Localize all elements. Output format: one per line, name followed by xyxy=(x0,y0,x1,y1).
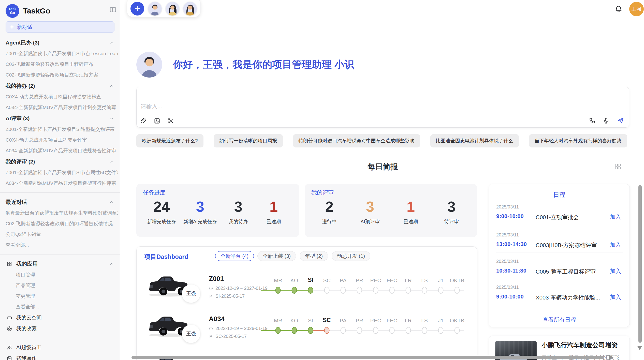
milestone-dot[interactable] xyxy=(324,287,330,294)
sidebar-task-item[interactable]: C02-飞腾新能源轻客改款项目立项汇报方案 xyxy=(6,70,118,80)
milestone-dot[interactable] xyxy=(357,287,362,294)
scroll-down-arrow-icon[interactable] xyxy=(637,346,642,350)
milestone-dot[interactable] xyxy=(373,327,378,334)
layout-grid-icon[interactable] xyxy=(614,163,622,170)
suggestion-chip[interactable]: 当下年轻人对汽车外观有怎样的喜好趋势 xyxy=(529,134,627,147)
milestone-dot[interactable] xyxy=(292,327,297,334)
composer-left-icons xyxy=(140,117,174,124)
milestone-dot[interactable] xyxy=(438,287,444,294)
sidebar-section-header[interactable]: 我的评审 (2) xyxy=(6,156,114,167)
milestone-dot[interactable] xyxy=(406,327,411,334)
sidebar-task-item[interactable]: A034-全新新能源MUV产品开发项目造型可行性评审 xyxy=(6,178,118,189)
milestone-dot[interactable] xyxy=(389,327,395,334)
sidebar-view-all-link[interactable]: 查看全部... xyxy=(6,240,118,250)
suggestion-chip[interactable]: 比亚迪全固态电池计划具体说了什么 xyxy=(430,134,519,147)
milestone: PR xyxy=(351,311,368,342)
sidebar-tool[interactable]: 帮我写作 xyxy=(7,353,120,360)
milestone-dot[interactable] xyxy=(275,287,281,294)
milestone-dot[interactable] xyxy=(455,287,460,294)
chevron-up-icon[interactable] xyxy=(109,40,114,45)
sidebar-section-header[interactable]: Agent已办 (3) xyxy=(6,37,114,48)
sidebar-task-item[interactable]: Z001-全新燃油轻卡产品开发项目SI造型提交物评审 xyxy=(6,124,118,135)
milestone-dot[interactable] xyxy=(406,287,411,294)
milestone-dot[interactable] xyxy=(373,287,378,294)
mic-icon[interactable] xyxy=(603,117,610,124)
milestone-label: J1 xyxy=(433,277,449,283)
sidebar-app-item[interactable]: 项目管理 xyxy=(16,269,120,280)
event-join-link[interactable]: 加入 xyxy=(610,267,621,275)
sidebar-task-item[interactable]: Z001-全新燃油轻卡产品开发项目SI节点属性5D文件评审 xyxy=(6,167,118,178)
chat-input[interactable] xyxy=(141,103,497,115)
chevron-up-icon[interactable] xyxy=(109,261,114,266)
dashboard-tab[interactable]: 全新平台 (4) xyxy=(215,251,254,261)
sidebar-task-item[interactable]: C02-飞腾新能源轻客改款项目里程碑画布 xyxy=(6,59,118,70)
notifications-bell-icon[interactable] xyxy=(614,5,623,13)
sidebar-app-item[interactable]: 变更管理 xyxy=(16,291,120,302)
sidebar-collapse-icon[interactable] xyxy=(109,6,117,13)
scissors-icon[interactable] xyxy=(167,117,174,124)
phone-icon[interactable] xyxy=(589,117,596,124)
sidebar-app-item[interactable]: 产品管理 xyxy=(16,280,120,291)
agent-avatar-2[interactable] xyxy=(166,2,179,16)
milestone-dot[interactable] xyxy=(455,327,460,334)
sidebar-section-title: 最近对话 xyxy=(6,199,27,206)
milestone-dot[interactable] xyxy=(438,327,444,334)
chevron-up-icon[interactable] xyxy=(109,116,114,121)
chevron-up-icon[interactable] xyxy=(109,200,114,205)
milestone-dot[interactable] xyxy=(308,287,313,294)
horizontal-scrollbar[interactable] xyxy=(131,356,604,359)
project-flag-text: SC-2025-05-17 xyxy=(215,334,247,339)
event-join-link[interactable]: 加入 xyxy=(610,213,621,221)
dashboard-tab[interactable]: 动总开发 (1) xyxy=(332,251,370,261)
new-chat-button[interactable]: 新对话 xyxy=(6,21,114,33)
users-icon xyxy=(7,345,12,350)
sidebar-recent-item[interactable]: 解释最新出台的欧盟报废车法规再生塑料比例被调至15%... xyxy=(6,208,118,218)
sidebar-section-header[interactable]: AI评审 (3) xyxy=(6,113,114,124)
attach-icon[interactable] xyxy=(140,117,147,124)
sidebar-recent-item[interactable]: C02-飞腾新能源轻客改款项目的闭环通告反馈情况 xyxy=(6,218,118,229)
suggestion-chip[interactable]: 如何写一份清晰的项目周报 xyxy=(214,134,283,147)
sidebar-shortcut[interactable]: 我的收藏 xyxy=(7,323,120,334)
add-agent-button[interactable] xyxy=(130,2,144,16)
dashboard-tab[interactable]: 全新上装 (3) xyxy=(257,251,296,261)
scroll-right-arrow-icon[interactable] xyxy=(609,355,613,360)
sidebar-task-item[interactable]: Z001-全新燃油皮卡产品开发项目SI节点Lesson Learn报告 xyxy=(6,48,118,59)
milestone-dot[interactable] xyxy=(292,287,297,294)
milestone-dot[interactable] xyxy=(341,327,346,334)
sidebar-recent-item[interactable]: 公司Q3轻卡销量 xyxy=(6,229,118,240)
sidebar-shortcut[interactable]: 我的云空间 xyxy=(7,312,120,323)
milestone-dot[interactable] xyxy=(389,287,395,294)
user-avatar[interactable]: 王强 xyxy=(629,2,644,16)
sidebar-tool[interactable]: AI超级员工 xyxy=(7,342,120,353)
suggestion-chip[interactable]: 特朗普可能对进口汽车增税会对中国车企造成哪些影响 xyxy=(293,134,420,147)
agent-avatar-3[interactable] xyxy=(183,2,197,16)
sidebar-section-header[interactable]: 我的待办 (2) xyxy=(6,80,114,92)
sidebar-task-item[interactable]: C0X4-动力总成开发项目SI里程碑提交物检查 xyxy=(6,92,118,102)
dashboard-tab[interactable]: 年型 (2) xyxy=(300,251,328,261)
sidebar-task-item[interactable]: C0X4-动力总成开发项目工程变更评审 xyxy=(6,135,118,145)
image-icon[interactable] xyxy=(154,117,160,124)
event-join-link[interactable]: 加入 xyxy=(610,293,621,301)
view-all-schedule-link[interactable]: 查看所有日程 xyxy=(489,316,630,324)
sidebar-recent-header[interactable]: 最近对话 xyxy=(6,197,114,208)
vertical-scrollbar[interactable] xyxy=(638,185,642,343)
sidebar-item-my-apps[interactable]: 我的应用 xyxy=(7,258,114,269)
milestone-dot[interactable] xyxy=(341,287,346,294)
send-icon[interactable] xyxy=(617,117,624,124)
milestone-dot[interactable] xyxy=(422,327,427,334)
milestone-dot[interactable] xyxy=(422,287,427,294)
sidebar-view-all-link[interactable]: 查看全部... xyxy=(16,302,120,312)
milestone-dot[interactable] xyxy=(308,327,313,334)
chevron-up-icon[interactable] xyxy=(109,159,114,164)
milestone-dot[interactable] xyxy=(324,327,330,334)
agent-avatar-1[interactable] xyxy=(148,2,162,16)
event-join-link[interactable]: 加入 xyxy=(610,241,621,249)
milestone-dot[interactable] xyxy=(275,327,281,334)
milestone-label: OKTB xyxy=(449,277,465,283)
chevron-up-icon[interactable] xyxy=(109,83,114,88)
suggestion-chip[interactable]: 欧洲新规最近颁布了什么? xyxy=(136,134,203,147)
milestone-dot[interactable] xyxy=(357,327,362,334)
sidebar-task-item[interactable]: A034-全新新能源MUV产品开发项目计划变更类编写 xyxy=(6,102,118,113)
sidebar-task-item[interactable]: A034-全新新能源MUV产品开发项目法规符合性评审 xyxy=(6,145,118,156)
stat-label: 我的待办 xyxy=(224,218,252,225)
